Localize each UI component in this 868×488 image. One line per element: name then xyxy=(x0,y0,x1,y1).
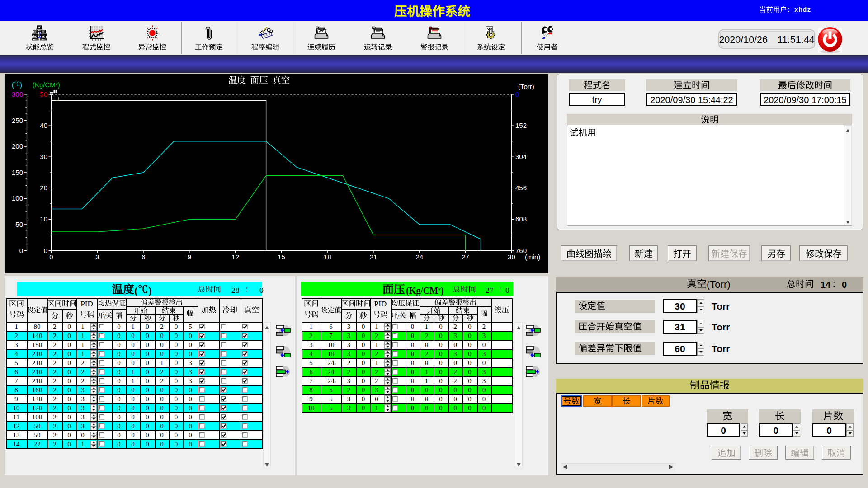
svg-text:27: 27 xyxy=(462,253,469,261)
svg-text:30: 30 xyxy=(508,253,515,261)
svg-text:200: 200 xyxy=(12,142,23,150)
svg-text:150: 150 xyxy=(12,169,23,176)
svg-text:250: 250 xyxy=(12,117,23,124)
svg-text:(Torr): (Torr) xyxy=(518,83,534,90)
svg-text:(min): (min) xyxy=(525,253,540,261)
svg-text:21: 21 xyxy=(370,253,377,261)
svg-text:24: 24 xyxy=(415,253,423,261)
svg-text:0: 0 xyxy=(515,90,519,98)
svg-text:30: 30 xyxy=(40,153,47,160)
svg-text:18: 18 xyxy=(324,253,331,261)
svg-text:152: 152 xyxy=(515,122,527,129)
svg-text:608: 608 xyxy=(515,215,527,223)
svg-text:6: 6 xyxy=(142,253,145,261)
svg-text:9: 9 xyxy=(188,253,191,261)
svg-text:3: 3 xyxy=(95,253,99,261)
svg-text:10: 10 xyxy=(40,215,47,223)
svg-text:15: 15 xyxy=(278,253,285,261)
svg-text:0: 0 xyxy=(19,247,23,254)
svg-text:50: 50 xyxy=(15,221,23,228)
svg-text:100: 100 xyxy=(12,194,23,202)
svg-text:40: 40 xyxy=(40,122,47,129)
svg-text:12: 12 xyxy=(231,253,239,261)
svg-text:20: 20 xyxy=(40,184,47,192)
svg-text:300: 300 xyxy=(12,90,23,98)
svg-text:0: 0 xyxy=(44,247,47,254)
svg-text:304: 304 xyxy=(515,153,527,160)
svg-text:456: 456 xyxy=(515,184,527,192)
svg-text:50: 50 xyxy=(40,90,47,98)
svg-text:0: 0 xyxy=(49,253,53,261)
